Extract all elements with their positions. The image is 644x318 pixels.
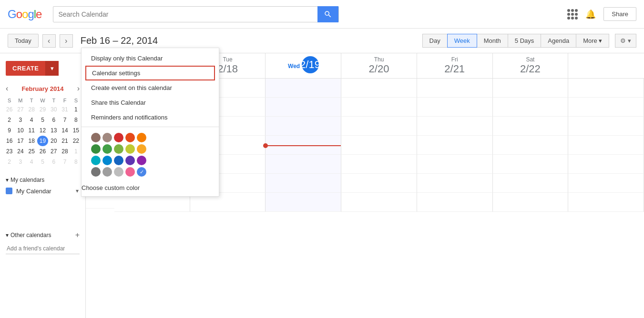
mini-cal-prev[interactable]: ‹: [4, 83, 10, 94]
my-calendar-item[interactable]: My Calendar ▾: [6, 185, 80, 197]
time-slot[interactable]: [341, 155, 417, 174]
color-swatch[interactable]: [114, 144, 123, 154]
menu-reminders[interactable]: Reminders and notifications: [82, 110, 219, 125]
mini-cal-day[interactable]: 21: [59, 136, 70, 146]
mini-cal-day[interactable]: 7: [59, 157, 70, 167]
color-swatch[interactable]: [91, 156, 101, 165]
notifications-icon[interactable]: 🔔: [585, 9, 596, 20]
time-slot[interactable]: [568, 193, 644, 212]
color-swatch[interactable]: [125, 156, 135, 165]
mini-cal-day[interactable]: 5: [37, 157, 48, 167]
time-slot[interactable]: [568, 155, 644, 174]
mini-cal-day[interactable]: 8: [71, 115, 82, 125]
time-slot[interactable]: [266, 98, 341, 117]
time-slot[interactable]: [493, 98, 569, 117]
color-swatch[interactable]: [102, 144, 112, 154]
search-input[interactable]: [53, 10, 317, 18]
mini-cal-day[interactable]: 16: [4, 136, 15, 146]
view-more-button[interactable]: More ▾: [576, 34, 609, 48]
time-slot[interactable]: [266, 117, 341, 136]
mini-cal-title[interactable]: February 2014: [21, 85, 63, 92]
menu-create-event[interactable]: Create event on this calendar: [82, 80, 219, 95]
time-slot[interactable]: [417, 193, 493, 212]
time-slot[interactable]: [493, 79, 569, 98]
mini-cal-day[interactable]: 26: [4, 104, 15, 115]
time-slot[interactable]: [493, 117, 569, 136]
mini-cal-day[interactable]: 14: [59, 125, 70, 136]
color-swatch[interactable]: [137, 167, 146, 177]
color-swatch[interactable]: [114, 167, 123, 177]
mini-cal-day[interactable]: 10: [15, 125, 26, 136]
time-slot[interactable]: [341, 174, 417, 193]
time-slot[interactable]: [417, 98, 493, 117]
mini-cal-day[interactable]: 31: [59, 104, 70, 115]
time-slot[interactable]: [341, 79, 417, 98]
view-month-button[interactable]: Month: [477, 34, 508, 48]
mini-cal-day[interactable]: 18: [26, 136, 37, 146]
mini-cal-day[interactable]: 5: [37, 115, 48, 125]
time-slot[interactable]: [493, 136, 569, 155]
color-swatch[interactable]: [137, 144, 146, 154]
menu-share-calendar[interactable]: Share this Calendar: [82, 95, 219, 110]
mini-cal-day[interactable]: 11: [26, 125, 37, 136]
my-calendars-header[interactable]: ▾ My calendars: [6, 177, 80, 183]
mini-cal-day[interactable]: 1: [71, 104, 82, 115]
time-slot[interactable]: [568, 117, 644, 136]
color-swatch[interactable]: [91, 167, 101, 177]
view-5days-button[interactable]: 5 Days: [508, 34, 541, 48]
mini-cal-day[interactable]: 28: [26, 104, 37, 115]
calendar-dropdown-arrow[interactable]: ▾: [75, 187, 80, 195]
mini-cal-day[interactable]: 23: [4, 146, 15, 157]
apps-icon[interactable]: [567, 9, 578, 20]
mini-cal-day[interactable]: 27: [48, 146, 59, 157]
mini-cal-day[interactable]: 19: [37, 136, 48, 146]
search-button[interactable]: [317, 6, 338, 22]
menu-calendar-settings[interactable]: Calendar settings: [85, 66, 215, 80]
other-calendars-add[interactable]: +: [75, 231, 80, 239]
time-slot[interactable]: [417, 117, 493, 136]
time-slot[interactable]: [266, 193, 341, 212]
view-agenda-button[interactable]: Agenda: [541, 34, 576, 48]
color-swatch[interactable]: [114, 133, 123, 142]
next-button[interactable]: ›: [60, 34, 73, 48]
color-swatch[interactable]: [125, 133, 135, 142]
today-button[interactable]: Today: [8, 34, 39, 48]
mini-cal-day[interactable]: 12: [37, 125, 48, 136]
mini-cal-day[interactable]: 3: [15, 157, 26, 167]
add-friend-input[interactable]: [6, 243, 80, 254]
color-swatch[interactable]: [91, 144, 101, 154]
time-slot[interactable]: [568, 98, 644, 117]
settings-button[interactable]: ⚙ ▾: [615, 34, 636, 48]
mini-cal-day[interactable]: 29: [37, 104, 48, 115]
time-slot[interactable]: [341, 98, 417, 117]
mini-cal-day[interactable]: 26: [37, 146, 48, 157]
color-swatch[interactable]: [114, 156, 123, 165]
time-slot[interactable]: [493, 155, 569, 174]
time-slot[interactable]: [266, 136, 341, 155]
color-swatch[interactable]: [102, 167, 112, 177]
share-button[interactable]: Share: [603, 7, 636, 21]
mini-cal-day[interactable]: 8: [71, 157, 82, 167]
time-slot[interactable]: [266, 155, 341, 174]
time-slot[interactable]: [266, 174, 341, 193]
mini-cal-day[interactable]: 13: [48, 125, 59, 136]
time-slot[interactable]: [266, 79, 341, 98]
time-slot[interactable]: [568, 79, 644, 98]
time-slot[interactable]: [417, 174, 493, 193]
color-swatch[interactable]: [102, 156, 112, 165]
color-swatch[interactable]: [137, 133, 146, 142]
mini-cal-day[interactable]: 24: [15, 146, 26, 157]
mini-cal-day[interactable]: 4: [26, 115, 37, 125]
prev-button[interactable]: ‹: [42, 34, 56, 48]
color-swatch[interactable]: [137, 156, 146, 165]
color-swatch[interactable]: [91, 133, 101, 142]
time-slot[interactable]: [341, 193, 417, 212]
mini-cal-day[interactable]: 25: [26, 146, 37, 157]
mini-cal-day[interactable]: 9: [4, 125, 15, 136]
mini-cal-day[interactable]: 6: [48, 157, 59, 167]
mini-cal-day[interactable]: 7: [59, 115, 70, 125]
time-slot[interactable]: [417, 155, 493, 174]
mini-cal-day[interactable]: 4: [26, 157, 37, 167]
time-slot[interactable]: [493, 193, 569, 212]
mini-cal-day[interactable]: 3: [15, 115, 26, 125]
